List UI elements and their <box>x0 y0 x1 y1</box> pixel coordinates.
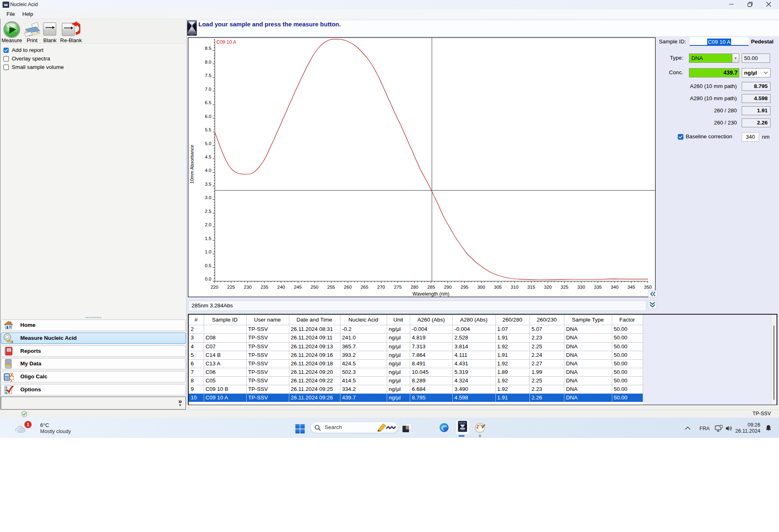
svg-text:285: 285 <box>427 285 435 290</box>
svg-text:4.0: 4.0 <box>205 168 211 173</box>
svg-text:330: 330 <box>577 285 585 290</box>
svg-text:350: 350 <box>644 285 652 290</box>
svg-text:275: 275 <box>394 285 402 290</box>
svg-text:5.0: 5.0 <box>205 141 211 146</box>
svg-text:10mm Absorbance: 10mm Absorbance <box>189 145 194 184</box>
svg-text:300: 300 <box>477 285 485 290</box>
svg-text:240: 240 <box>277 285 285 290</box>
svg-text:335: 335 <box>594 285 602 290</box>
svg-text:5.5: 5.5 <box>205 127 211 132</box>
svg-text:315: 315 <box>527 285 535 290</box>
svg-text:2.5: 2.5 <box>205 209 211 214</box>
svg-text:255: 255 <box>327 285 335 290</box>
svg-text:2.0: 2.0 <box>205 222 211 227</box>
svg-text:345: 345 <box>627 285 635 290</box>
svg-text:8.0: 8.0 <box>205 60 211 64</box>
svg-text:1.0: 1.0 <box>205 249 211 254</box>
svg-text:4.5: 4.5 <box>205 154 211 159</box>
svg-text:0.0: 0.0 <box>205 277 211 281</box>
svg-text:1.5: 1.5 <box>205 236 211 241</box>
svg-text:6.0: 6.0 <box>205 114 211 119</box>
svg-text:Wavelength (nm): Wavelength (nm) <box>413 291 450 297</box>
svg-text:245: 245 <box>294 285 301 290</box>
svg-text:3.0: 3.0 <box>205 195 211 200</box>
svg-text:7.0: 7.0 <box>205 87 211 92</box>
svg-text:295: 295 <box>461 285 468 290</box>
svg-text:8.5: 8.5 <box>205 46 211 51</box>
svg-text:230: 230 <box>244 285 252 290</box>
svg-text:6.5: 6.5 <box>205 100 211 105</box>
svg-text:305: 305 <box>494 285 502 290</box>
svg-text:265: 265 <box>361 285 368 290</box>
svg-text:260: 260 <box>344 285 352 290</box>
svg-text:325: 325 <box>561 285 568 290</box>
svg-text:225: 225 <box>227 285 235 290</box>
svg-text:250: 250 <box>311 285 318 290</box>
svg-text:310: 310 <box>511 285 519 290</box>
svg-text:270: 270 <box>377 285 385 290</box>
svg-text:235: 235 <box>260 285 268 290</box>
svg-text:0.5: 0.5 <box>205 263 211 268</box>
svg-text:3.5: 3.5 <box>205 182 211 187</box>
svg-text:C09 10 A: C09 10 A <box>216 39 236 45</box>
svg-text:320: 320 <box>544 285 552 290</box>
svg-text:280: 280 <box>411 285 418 290</box>
svg-text:290: 290 <box>444 285 452 290</box>
svg-text:7.5: 7.5 <box>205 73 211 78</box>
svg-text:340: 340 <box>611 285 618 290</box>
svg-text:220: 220 <box>211 285 218 290</box>
